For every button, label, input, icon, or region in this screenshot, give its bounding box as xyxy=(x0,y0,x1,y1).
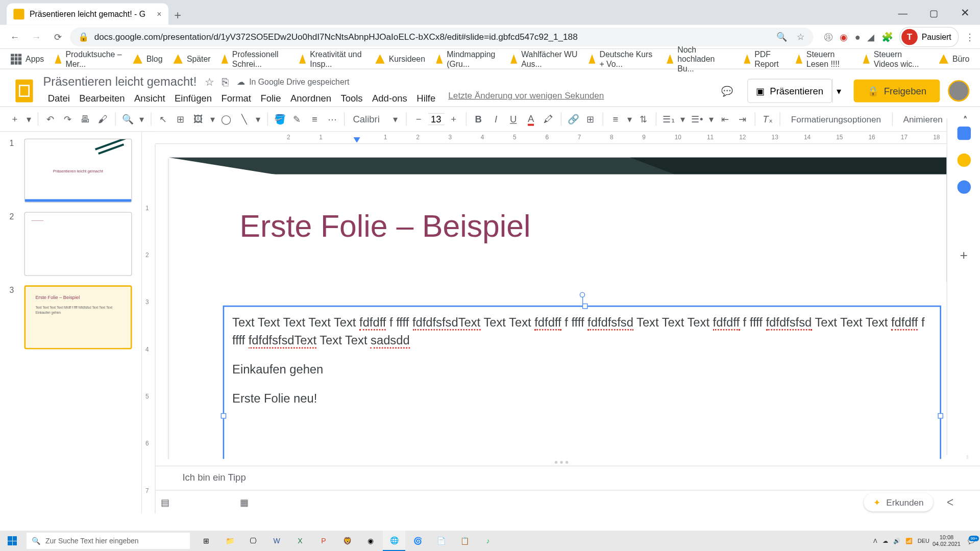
minimize-button[interactable]: — xyxy=(887,0,918,25)
increase-indent-button[interactable]: ⇥ xyxy=(734,110,751,129)
tray-expand-icon[interactable]: ᐱ xyxy=(873,538,877,544)
decrease-indent-button[interactable]: ⇤ xyxy=(717,110,733,129)
bold-button[interactable]: B xyxy=(470,110,486,129)
numbered-list-button[interactable]: ☰₁ xyxy=(660,110,677,129)
move-icon[interactable]: ⎘ xyxy=(222,76,229,88)
star-icon[interactable]: ☆ xyxy=(205,76,214,88)
slide-thumbnail-3[interactable]: Erste Folie – Beispiel Text Text Text Te… xyxy=(24,285,132,349)
bulleted-dropdown[interactable]: ▾ xyxy=(706,110,716,129)
bookmark-item[interactable]: Kreativität und Insp... xyxy=(295,42,369,76)
comments-button[interactable]: 💬 xyxy=(715,79,739,103)
image-tool[interactable]: 🖼 xyxy=(190,110,207,129)
bookmark-item[interactable]: Steuern Videos wic... xyxy=(859,42,933,76)
italic-button[interactable]: I xyxy=(488,110,504,129)
select-tool[interactable]: ↖ xyxy=(155,110,172,129)
fill-color-button[interactable]: 🪣 xyxy=(272,110,288,129)
language-indicator[interactable]: DEU xyxy=(918,538,929,544)
redo-button[interactable]: ↷ xyxy=(60,110,76,129)
resize-handle-w[interactable] xyxy=(221,413,227,419)
border-weight-button[interactable]: ≡ xyxy=(307,110,323,129)
clock[interactable]: 10:08 04.02.2021 xyxy=(933,534,961,547)
align-dropdown[interactable]: ▾ xyxy=(625,110,634,129)
extension-icon-2[interactable]: ● xyxy=(854,31,860,42)
bookmark-item[interactable]: Mindmapping (Gru... xyxy=(432,42,504,76)
animate-button[interactable]: Animieren xyxy=(896,114,949,124)
app-icon-1[interactable]: 📄 xyxy=(430,531,452,551)
body-text-3[interactable]: Erste Folie neu! xyxy=(232,390,932,408)
share-button[interactable]: 🔒 Freigeben xyxy=(853,79,940,102)
bulleted-list-button[interactable]: ☰• xyxy=(689,110,705,129)
new-slide-button[interactable]: + xyxy=(7,110,23,129)
bookmark-item[interactable]: Deutsche Kurs + Vo... xyxy=(584,42,659,76)
taskbar-search[interactable]: 🔍 Zur Suche Text hier eingeben xyxy=(27,533,190,549)
resize-handle-n[interactable] xyxy=(582,304,587,309)
side-panel-toggle[interactable]: ᐸ xyxy=(947,496,967,507)
app-icon-2[interactable]: 📋 xyxy=(453,531,476,551)
slide-canvas[interactable]: Erste Folie – Beispiel Text Text Text Te… xyxy=(169,158,967,459)
apps-button[interactable]: Apps xyxy=(7,51,48,67)
maximize-button[interactable]: ▢ xyxy=(918,0,949,25)
bookmark-item[interactable]: Noch hochladen Bu... xyxy=(663,42,737,76)
menu-item[interactable]: Ansicht xyxy=(130,90,170,107)
slide-thumbnail-2[interactable]: ——— xyxy=(24,212,132,276)
line-tool[interactable]: ╲ xyxy=(236,110,252,129)
border-dash-button[interactable]: ⋯ xyxy=(324,110,340,129)
print-button[interactable]: 🖶 xyxy=(77,110,93,129)
extension-icon-3[interactable]: ◢ xyxy=(867,31,875,42)
translate-icon[interactable]: ㊟ xyxy=(824,31,833,43)
paint-format-button[interactable]: 🖌 xyxy=(95,110,111,129)
font-family-select[interactable]: Calibri▾ xyxy=(349,110,402,129)
bookmark-item[interactable]: Wahlfächer WU Aus... xyxy=(506,42,582,76)
close-window-button[interactable]: ✕ xyxy=(949,0,980,25)
bookmark-item[interactable]: Steuern Lesen !!!! xyxy=(792,42,856,76)
body-text-1[interactable]: Text Text Text Text Text fdfdff f ffff f… xyxy=(232,314,932,350)
edge-icon[interactable]: 🌀 xyxy=(406,531,429,551)
menu-item[interactable]: Add-ons xyxy=(368,90,412,107)
speaker-notes[interactable]: Ich bin ein Tipp xyxy=(142,466,980,490)
bookmark-item[interactable]: Später xyxy=(169,42,215,76)
bookmark-item[interactable]: Kursideen xyxy=(371,42,429,76)
add-side-icon[interactable]: + xyxy=(960,247,967,263)
menu-item[interactable]: Datei xyxy=(43,90,75,107)
excel-icon[interactable]: X xyxy=(289,531,311,551)
bookmark-item[interactable]: PDF Report xyxy=(740,42,789,76)
slide-thumbnail-1[interactable]: Präsentieren leicht gemacht xyxy=(24,139,132,203)
spotify-icon[interactable]: ♪ xyxy=(477,531,499,551)
increase-font-button[interactable]: + xyxy=(446,110,462,129)
explore-button[interactable]: ✦ Erkunden xyxy=(864,493,933,511)
comment-button[interactable]: ⊞ xyxy=(582,110,599,129)
menu-item[interactable]: Hilfe xyxy=(412,90,440,107)
numbered-dropdown[interactable]: ▾ xyxy=(678,110,688,129)
bookmark-item[interactable]: Blog xyxy=(129,42,166,76)
ruler-marker-start[interactable] xyxy=(353,137,360,143)
menu-item[interactable]: Einfügen xyxy=(170,90,216,107)
present-dropdown[interactable]: ▾ xyxy=(832,79,845,103)
text-box[interactable]: Text Text Text Text Text fdfdff f ffff f… xyxy=(223,306,941,459)
document-title[interactable]: Präsentieren leicht gemacht! xyxy=(43,74,197,89)
menu-item[interactable]: Folie xyxy=(256,90,286,107)
browser-tab[interactable]: Präsentieren leicht gemacht! - G × xyxy=(7,4,168,25)
tasks-icon[interactable] xyxy=(957,180,970,193)
decrease-font-button[interactable]: − xyxy=(410,110,427,129)
notes-resize-handle[interactable] xyxy=(142,459,980,466)
wifi-icon[interactable]: 📶 xyxy=(905,538,913,544)
xsplit-icon[interactable]: 🖵 xyxy=(242,531,264,551)
powerpoint-icon[interactable]: P xyxy=(312,531,335,551)
body-text-2[interactable]: Einkaufen gehen xyxy=(232,361,932,379)
undo-button[interactable]: ↶ xyxy=(42,110,59,129)
task-view-button[interactable]: ⊞ xyxy=(195,531,217,551)
text-color-button[interactable]: A xyxy=(523,110,539,129)
back-button[interactable]: ← xyxy=(6,27,24,46)
align-button[interactable]: ≡ xyxy=(607,110,624,129)
shape-tool[interactable]: ◯ xyxy=(218,110,235,129)
line-dropdown[interactable]: ▾ xyxy=(254,110,263,129)
new-tab-button[interactable]: + xyxy=(168,6,187,25)
resize-handle-e[interactable] xyxy=(938,413,943,419)
slide-title[interactable]: Erste Folie – Beispiel xyxy=(240,208,531,244)
volume-icon[interactable]: 🔊 xyxy=(893,538,900,544)
close-tab-icon[interactable]: × xyxy=(157,9,161,18)
bookmark-item[interactable]: Produktsuche – Mer... xyxy=(51,42,126,76)
keep-icon[interactable] xyxy=(957,154,970,167)
extensions-menu-icon[interactable]: 🧩 xyxy=(881,31,893,42)
link-button[interactable]: 🔗 xyxy=(565,110,581,129)
